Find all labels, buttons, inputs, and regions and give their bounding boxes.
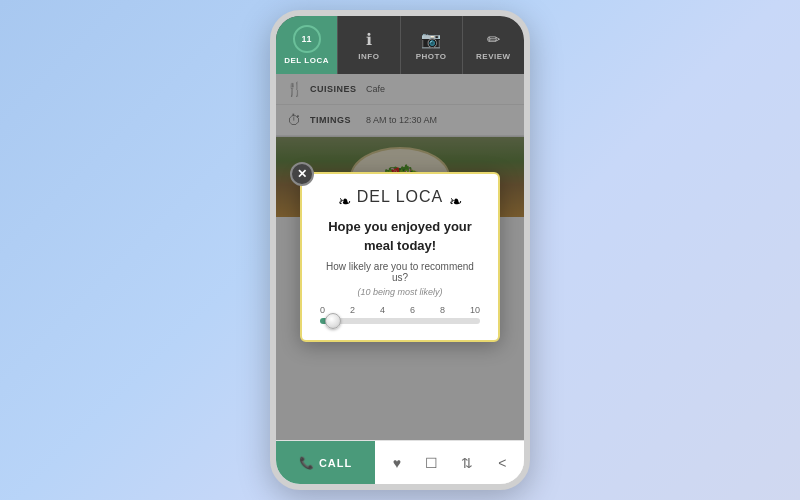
nav-item-photo[interactable]: 📷 PHOTO: [401, 16, 463, 74]
del-loca-icon-text: 11: [302, 34, 312, 44]
modal-overlay: ✕ ❧ DEL LOCA ❧ Hope you enjoyed your mea…: [276, 74, 524, 440]
bookmark-button[interactable]: ☐: [418, 449, 446, 477]
share-button[interactable]: ⇅: [453, 449, 481, 477]
nav-bar: 11 DEL LOCA ℹ INFO 📷 PHOTO ✏ REVIEW: [276, 16, 524, 74]
nav-label-photo: PHOTO: [416, 52, 447, 61]
call-button[interactable]: 📞 CALL: [276, 441, 375, 484]
call-icon: 📞: [299, 456, 314, 470]
slider-labels: 0 2 4 6 8 10: [318, 305, 482, 315]
nav-label-review: REVIEW: [476, 52, 511, 61]
nav-item-review[interactable]: ✏ REVIEW: [463, 16, 524, 74]
slider-container[interactable]: [318, 318, 482, 324]
slider-label-0: 0: [320, 305, 325, 315]
review-icon: ✏: [487, 30, 500, 49]
modal-restaurant-name: DEL LOCA: [357, 188, 444, 206]
slider-label-8: 8: [440, 305, 445, 315]
like-button[interactable]: ♥: [383, 449, 411, 477]
modal-decorations: ❧ DEL LOCA ❧: [318, 188, 482, 214]
bottom-bar: 📞 CALL ♥ ☐ ⇅ <: [276, 440, 524, 484]
photo-icon: 📷: [421, 30, 441, 49]
rating-modal: ✕ ❧ DEL LOCA ❧ Hope you enjoyed your mea…: [300, 172, 500, 341]
nav-label-del-loca: DEL LOCA: [284, 56, 329, 65]
slider-thumb[interactable]: [325, 313, 341, 329]
bottom-actions: ♥ ☐ ⇅ <: [375, 449, 524, 477]
info-icon: ℹ: [366, 30, 372, 49]
slider-label-4: 4: [380, 305, 385, 315]
modal-question: How likely are you to recommend us?: [318, 261, 482, 283]
modal-close-button[interactable]: ✕: [290, 162, 314, 186]
deco-left: ❧: [338, 192, 351, 211]
slider-track[interactable]: [320, 318, 480, 324]
deco-right: ❧: [449, 192, 462, 211]
modal-headline: Hope you enjoyed your meal today!: [318, 218, 482, 254]
del-loca-icon: 11: [293, 25, 321, 53]
slider-label-10: 10: [470, 305, 480, 315]
modal-hint: (10 being most likely): [318, 287, 482, 297]
call-label: CALL: [319, 457, 352, 469]
nav-item-del-loca[interactable]: 11 DEL LOCA: [276, 16, 338, 74]
nav-label-info: INFO: [358, 52, 379, 61]
slider-label-2: 2: [350, 305, 355, 315]
phone-frame: 11 DEL LOCA ℹ INFO 📷 PHOTO ✏ REVIEW 🍴 CU…: [270, 10, 530, 490]
nav-item-info[interactable]: ℹ INFO: [338, 16, 400, 74]
back-button[interactable]: <: [488, 449, 516, 477]
slider-label-6: 6: [410, 305, 415, 315]
content-area: 🍴 CUISINES Cafe ⏱ TIMINGS 8 AM to 12:30 …: [276, 74, 524, 440]
